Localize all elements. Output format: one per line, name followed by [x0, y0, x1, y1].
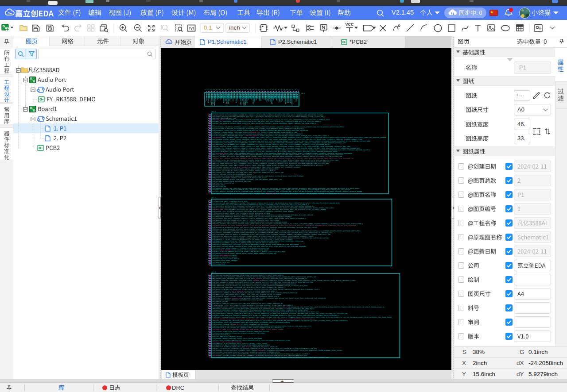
- svg-text:1A.1: 1A.1: [301, 92, 305, 94]
- svg-text:PC0/70FVCJ7_372020S9H_FL6S_B2A: PC0/70FVCJ7_372020S9H_FL6S_B2A3IJ_SA1RC_…: [213, 192, 340, 194]
- svg-text:U2.4: U2.4: [205, 89, 208, 91]
- svg-text:U2.3: U2.3: [212, 271, 217, 273]
- svg-text:U2.1: U2.1: [212, 111, 217, 112]
- svg-text:U2.2: U2.2: [212, 197, 217, 199]
- svg-text:PU0/IDRB_6FE6FV1_2GULNSO_L9770: PU0/IDRB_6FE6FV1_2GULNSO_L97709_KN2_E1F5…: [213, 357, 329, 358]
- svg-text:PF2/1SMAA_IETM: PF2/1SMAA_IETM: [213, 263, 225, 265]
- svg-text:VCC: VCC: [346, 22, 354, 27]
- svg-text:PU4/H3T_06C_OIN0_DLJCO761M_PBM: PU4/H3T_06C_OIN0_DLJCO761M_PBMLR_U1KE17F…: [213, 123, 316, 124]
